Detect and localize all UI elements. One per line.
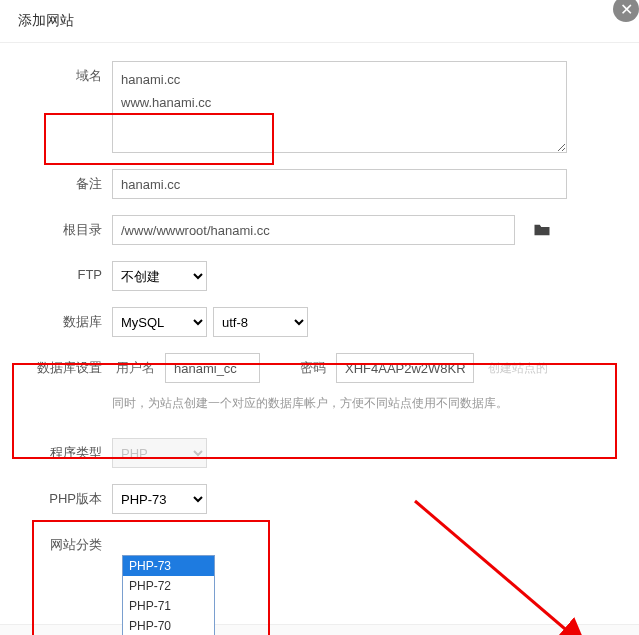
php-option[interactable]: PHP-71 (123, 596, 214, 616)
side-hint: 创建站点的 (488, 360, 548, 377)
root-input[interactable] (112, 215, 515, 245)
label-root: 根目录 (22, 215, 112, 239)
label-db: 数据库 (22, 307, 112, 331)
php-option[interactable]: PHP-70 (123, 616, 214, 635)
close-icon[interactable]: ✕ (613, 0, 639, 22)
row-db: 数据库 MySQL utf-8 (22, 307, 617, 337)
php-option[interactable]: PHP-73 (123, 556, 214, 576)
label-password: 密码 (296, 359, 330, 377)
label-username: 用户名 (112, 359, 159, 377)
db-pass-input[interactable] (336, 353, 474, 383)
dialog-title-bar: 添加网站 ✕ (0, 0, 639, 43)
folder-icon[interactable] (533, 222, 551, 238)
row-root: 根目录 (22, 215, 617, 245)
php-select[interactable]: PHP-73 (112, 484, 207, 514)
label-php: PHP版本 (22, 484, 112, 508)
label-domain: 域名 (22, 61, 112, 85)
php-dropdown-list: PHP-73 PHP-72 PHP-71 PHP-70 纯静态 (122, 555, 215, 635)
dialog-footer: 关闭 提交 (0, 624, 639, 635)
db-select[interactable]: MySQL (112, 307, 207, 337)
domain-input[interactable]: hanami.cc www.hanami.cc (112, 61, 567, 153)
db-user-input[interactable] (165, 353, 260, 383)
svg-line-0 (415, 501, 585, 635)
row-ftp: FTP 不创建 (22, 261, 617, 291)
charset-select[interactable]: utf-8 (213, 307, 308, 337)
dialog-body: 域名 hanami.cc www.hanami.cc 备注 根目录 FTP (0, 43, 639, 554)
row-category: 网站分类 (22, 530, 617, 554)
label-prog: 程序类型 (22, 438, 112, 462)
row-note: 备注 (22, 169, 617, 199)
label-ftp: FTP (22, 261, 112, 282)
label-category: 网站分类 (22, 530, 112, 554)
row-php: PHP版本 PHP-73 (22, 484, 617, 514)
note-input[interactable] (112, 169, 567, 199)
annotation-arrow (410, 496, 610, 635)
php-option[interactable]: PHP-72 (123, 576, 214, 596)
db-hint: 同时，为站点创建一个对应的数据库帐户，方便不同站点使用不同数据库。 (112, 395, 617, 412)
label-note: 备注 (22, 169, 112, 193)
row-db-settings: 数据库设置 用户名 密码 创建站点的 同时，为站点创建一个对应的数据库帐户，方便… (22, 353, 617, 412)
prog-select: PHP (112, 438, 207, 468)
add-site-dialog: 添加网站 ✕ 域名 hanami.cc www.hanami.cc 备注 根目录 (0, 0, 639, 635)
ftp-select[interactable]: 不创建 (112, 261, 207, 291)
row-prog: 程序类型 PHP (22, 438, 617, 468)
row-domain: 域名 hanami.cc www.hanami.cc (22, 61, 617, 153)
dialog-title: 添加网站 (18, 12, 74, 28)
label-db-settings: 数据库设置 (22, 353, 112, 377)
